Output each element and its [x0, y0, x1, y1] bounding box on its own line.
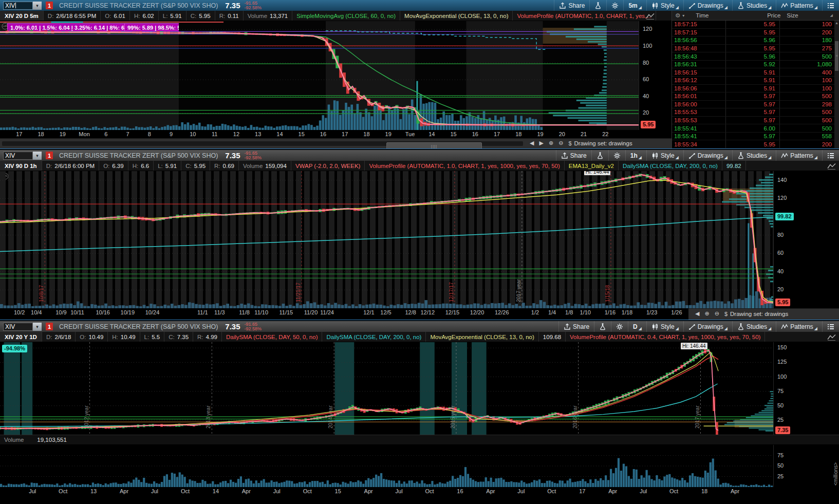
chart3-price-axis[interactable]: 1501251007550257.35 — [773, 342, 839, 435]
chart1-hscroll-track[interactable]: |||| — [2, 141, 523, 146]
study-label[interactable]: DailySMA (CLOSE, DAY, 50, 0, no) — [222, 332, 323, 342]
settings-button[interactable] — [608, 150, 625, 161]
studies-button[interactable]: Studies◢ — [732, 0, 776, 11]
drawing-set-label[interactable]: Drawing set: drawings — [730, 311, 788, 317]
panel-menu-button[interactable] — [822, 0, 839, 11]
col-price[interactable]: Price — [729, 12, 780, 18]
share-button[interactable]: Share — [556, 150, 591, 161]
buy-sell-overlay-icon[interactable]: $ — [568, 140, 571, 146]
symbol-text: XIV — [5, 2, 15, 9]
zoom-in-icon[interactable]: ⊕ — [549, 140, 553, 146]
studies-button[interactable]: Studies◢ — [732, 321, 776, 332]
ohlc-field: C:5.95 — [181, 161, 210, 171]
study-label[interactable]: VolumeProfile (AUTOMATIC, 1.0, CHART, 1,… — [513, 11, 656, 21]
scroll-up-icon[interactable]: ▲ — [834, 21, 839, 26]
x-axis-tick: Apr — [113, 488, 136, 494]
symbol-dropdown-button[interactable]: ▾ — [33, 323, 42, 331]
x-axis-tick: 1/10 — [574, 309, 596, 315]
study-label[interactable]: VolumeProfile (AUTOMATIC, 1.0, CHART, 1,… — [365, 161, 564, 171]
volume-subgraph-axis[interactable]: 755025 — [773, 445, 839, 487]
x-axis-tick: 11/15 — [275, 309, 297, 315]
chart2-plot-area[interactable]: 10/8/1711/21/1712/17/172017 year1/15/18H… — [0, 171, 773, 308]
time-sales-header: ⚙ ▾ Time Price Size ◢ — [672, 11, 839, 21]
ohlc-field: H:6.02 — [130, 11, 159, 21]
study-label[interactable]: DailySMA (CLOSE, DAY, 200, 0, no) — [619, 161, 722, 171]
ohlc-field: H:10.49 — [108, 332, 140, 342]
chart-zigzag-icon[interactable] — [827, 162, 836, 170]
beaker-button[interactable] — [591, 150, 608, 161]
zoom-out-icon[interactable]: ⊖ — [558, 140, 563, 146]
time-sales-row: 18:56:565.96180 — [672, 36, 835, 45]
patterns-button[interactable]: Patterns◢ — [776, 150, 822, 161]
x-axis-tick: 17 — [486, 131, 508, 137]
gear-icon[interactable]: ⚙ — [675, 12, 680, 19]
study-label[interactable]: DailySMA (CLOSE, DAY, 200, 0, no) — [322, 332, 426, 342]
chart3-time-axis[interactable]: JulOct13AprJulOct14AprJulOct15AprJulOct1… — [0, 487, 839, 504]
sort-indicator-icon[interactable]: ◢ — [830, 13, 833, 17]
volume-subgraph-plot[interactable] — [0, 445, 773, 487]
style-button[interactable]: Style◢ — [646, 321, 683, 332]
beaker-button[interactable] — [594, 321, 611, 332]
style-button[interactable]: Style◢ — [646, 0, 683, 11]
col-size[interactable]: Size — [787, 12, 798, 18]
chart-zigzag-icon[interactable] — [827, 333, 836, 341]
zoom-in-icon[interactable]: ⊕ — [704, 310, 709, 317]
study-label[interactable]: MovAvgExponential (CLOSE, 13, 0, no) — [400, 11, 513, 21]
study-label[interactable]: 99.82 — [722, 161, 746, 171]
chevron-down-icon[interactable]: ▾ — [682, 13, 684, 18]
timeframe-button[interactable]: 1h◢ — [625, 150, 646, 161]
symbol-input[interactable]: XIV — [3, 2, 33, 10]
panel-menu-button[interactable] — [822, 150, 839, 161]
time-sales-scroll-thumb[interactable]: ≡ — [835, 41, 838, 71]
share-button[interactable]: Share — [554, 0, 589, 11]
study-label[interactable]: VWAP (-2.0, 2.0, WEEK) — [291, 161, 365, 171]
timeframe-button[interactable]: D◢ — [628, 321, 646, 332]
beaker-button[interactable] — [589, 0, 606, 11]
chart3-plot-area[interactable]: 2012 year2013 year2014 year2015 year2016… — [0, 342, 773, 435]
chart1-plot-area[interactable]: 1.0%: 6.01 | 1.5%: 6.04 | 3.25%: 6.14 | … — [0, 21, 639, 130]
timeframe-button[interactable]: 5m◢ — [623, 0, 646, 11]
symbol-dropdown-button[interactable]: ▾ — [33, 152, 42, 160]
alerts-badge[interactable]: 1 — [46, 2, 53, 9]
alerts-badge[interactable]: 1 — [46, 323, 53, 330]
symbol-dropdown-button[interactable]: ▾ — [33, 2, 42, 10]
chart1-time-axis[interactable]: 171819Mon678910111213141516171819Tue1415… — [0, 130, 672, 138]
buy-sell-overlay-icon[interactable]: $ — [724, 311, 728, 317]
symbol-input[interactable]: XIV — [3, 152, 33, 160]
pan-right-icon[interactable]: ▶ — [539, 140, 543, 146]
chart2-time-axis[interactable]: 10/210/410/910/1110/1610/1910/2411/111/3… — [0, 308, 773, 320]
study-label[interactable]: MovAvgExponential (CLOSE, 13, 0, no) — [426, 332, 538, 342]
svg-text:12/17/17: 12/17/17 — [449, 282, 454, 302]
share-button[interactable]: Share — [558, 321, 594, 332]
symbol-input[interactable]: XIV — [3, 323, 33, 331]
high-price-label: Hi: 146.44 — [584, 171, 611, 175]
settings-button[interactable] — [611, 321, 628, 332]
pan-left-icon[interactable]: ◀ — [530, 140, 534, 146]
study-label[interactable]: 109.68 — [539, 332, 566, 342]
drawings-button[interactable]: Drawings◢ — [683, 321, 732, 332]
col-time[interactable]: Time — [696, 12, 729, 18]
study-label[interactable]: SimpleMovingAvg (CLOSE, 60, 0, no) — [292, 11, 400, 21]
zoom-out-icon[interactable]: ⊖ — [715, 310, 719, 317]
drawings-button[interactable]: Drawings◢ — [683, 150, 732, 161]
study-label[interactable]: EMA13_Daily_v2 — [565, 161, 619, 171]
chart1-price-axis[interactable]: 120100806040205.95 — [639, 21, 672, 130]
chart-zigzag-icon[interactable] — [646, 12, 655, 20]
ohlc-field: O:6.01 — [101, 11, 130, 21]
drawing-set-label[interactable]: Drawing set: drawings — [574, 140, 632, 146]
y-axis-tick: 140 — [777, 177, 787, 183]
patterns-button[interactable]: Patterns◢ — [776, 0, 822, 11]
drawings-button[interactable]: Drawings◢ — [683, 0, 732, 11]
chart2-price-axis[interactable]: 1401208060402099.825.95 — [773, 171, 839, 308]
study-label[interactable]: VolumeProfile (AUTOMATIC, 0.4, CHART, 1,… — [566, 332, 765, 342]
style-button[interactable]: Style◢ — [646, 150, 683, 161]
alerts-badge[interactable]: 1 — [46, 152, 53, 159]
x-axis-tick: 1/23 — [641, 309, 663, 315]
x-axis-tick: 10/19 — [116, 309, 139, 315]
patterns-button[interactable]: Patterns◢ — [776, 321, 822, 332]
settings-button[interactable] — [606, 0, 623, 11]
time-sales-scrollbar[interactable]: ▲ ≡ — [834, 21, 839, 148]
pan-left-icon[interactable]: ◀ — [695, 310, 699, 317]
studies-button[interactable]: Studies◢ — [732, 150, 776, 161]
panel-menu-button[interactable] — [822, 321, 839, 332]
